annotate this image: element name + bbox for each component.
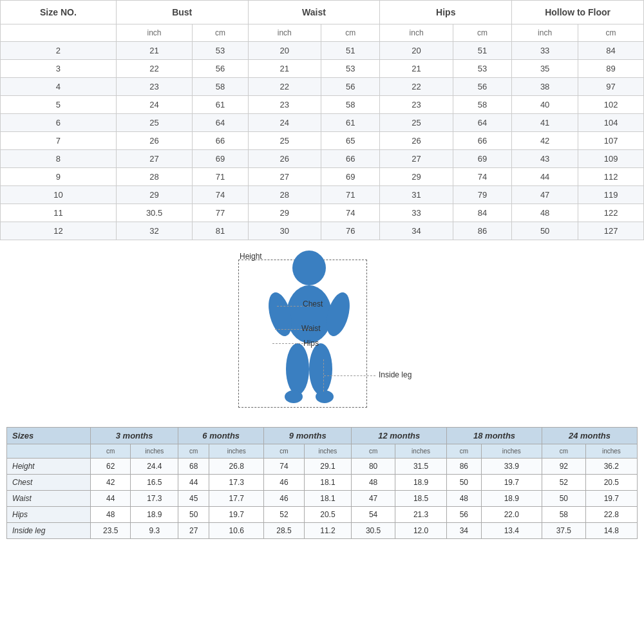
12m-in: inches [395,444,446,459]
measure-cell: 29 [116,186,192,204]
baby-measure-cell: 52 [264,507,304,523]
baby-measure-cell: 48 [91,507,131,523]
baby-measure-cell: 42 [91,475,131,491]
column-header-row: Size NO. Bust Waist Hips Hollow to Floor [1,1,644,24]
baby-measure-cell: 37.5 [542,523,586,539]
measure-cell: 84 [453,204,511,222]
measure-cell: 79 [453,186,511,204]
baby-table-row: Waist4417.34517.74618.14718.54818.95019.… [7,491,638,507]
9m-in: inches [304,444,352,459]
table-row: 625642461256441104 [1,114,644,132]
measure-cell: 23 [248,96,321,114]
hips-header: Hips [380,1,512,24]
measure-cell: 50 [512,222,578,240]
baby-measure-cell: 56 [447,507,481,523]
table-row: 524612358235840102 [1,96,644,114]
size-cell: 4 [1,78,117,96]
measure-cell: 61 [321,114,379,132]
svg-point-5 [309,343,332,395]
measure-cell: 43 [512,150,578,168]
measure-cell: 25 [248,132,321,150]
measure-cell: 29 [380,168,453,186]
measure-cell: 29 [248,204,321,222]
size-cell: 7 [1,132,117,150]
measure-cell: 21 [116,42,192,60]
measure-cell: 74 [453,168,511,186]
6months-header: 6 months [178,428,264,444]
waist-label: Waist [301,324,321,333]
measure-cell: 76 [321,222,379,240]
table-row: 22153205120513384 [1,42,644,60]
bust-inch: inch [116,24,192,42]
measure-cell: 122 [578,204,644,222]
measure-cell: 44 [512,168,578,186]
measure-cell: 74 [193,186,248,204]
baby-measure-cell: 11.2 [304,523,352,539]
baby-measure-cell: 46 [264,491,304,507]
diagram-container: Chest Waist Hips Height Inside leg [200,247,444,414]
measure-cell: 42 [512,132,578,150]
baby-measure-cell: 18.1 [304,475,352,491]
baby-table-row: Hips4818.95019.75220.55421.35622.05822.8 [7,507,638,523]
baby-measure-cell: 27 [178,523,209,539]
size-unit [1,24,117,42]
measure-cell: 21 [248,60,321,78]
measure-cell: 35 [512,60,578,78]
measure-cell: 28 [116,168,192,186]
measure-cell: 107 [578,132,644,150]
measure-cell: 53 [193,42,248,60]
baby-table-row: Inside leg23.59.32710.628.511.230.512.03… [7,523,638,539]
measure-cell: 119 [578,186,644,204]
row-label-cell: Chest [7,475,91,491]
bust-cm: cm [193,24,248,42]
baby-measure-cell: 20.5 [304,507,352,523]
baby-table-row: Height6224.46826.87429.18031.58633.99236… [7,459,638,475]
baby-measure-cell: 34 [447,523,481,539]
measure-cell: 33 [380,204,453,222]
24months-header: 24 months [542,428,638,444]
baby-measure-cell: 33.9 [481,459,542,475]
measure-cell: 53 [321,60,379,78]
baby-measure-cell: 18.9 [395,475,446,491]
waist-header: Waist [248,1,380,24]
baby-measure-cell: 50 [178,507,209,523]
svg-point-6 [285,390,303,403]
measure-cell: 102 [578,96,644,114]
baby-measure-cell: 16.5 [131,475,178,491]
measure-cell: 77 [193,204,248,222]
size-chart-table: Size NO. Bust Waist Hips Hollow to Floor… [0,0,644,240]
3months-header: 3 months [91,428,178,444]
12m-cm: cm [352,444,395,459]
baby-measure-cell: 29.1 [304,459,352,475]
measure-cell: 26 [116,132,192,150]
baby-measure-cell: 20.5 [585,475,637,491]
measure-cell: 84 [578,42,644,60]
baby-measure-cell: 28.5 [264,523,304,539]
measure-cell: 51 [321,42,379,60]
baby-measure-cell: 44 [91,491,131,507]
measure-cell: 33 [512,42,578,60]
baby-measure-cell: 26.8 [209,459,264,475]
3m-cm: cm [91,444,131,459]
baby-measure-cell: 18.9 [481,491,542,507]
size-cell: 9 [1,168,117,186]
baby-measure-cell: 74 [264,459,304,475]
measure-cell: 28 [248,186,321,204]
table-row: 42358225622563897 [1,78,644,96]
measure-cell: 21 [380,60,453,78]
measure-cell: 27 [116,150,192,168]
12months-header: 12 months [352,428,447,444]
6m-cm: cm [178,444,209,459]
svg-point-4 [286,343,309,395]
size-cell: 8 [1,150,117,168]
htf-inch: inch [512,24,578,42]
baby-measure-cell: 18.9 [131,507,178,523]
baby-measure-cell: 50 [542,491,586,507]
row-label-cell: Height [7,459,91,475]
table-row: 1130.5772974338448122 [1,204,644,222]
baby-measure-cell: 54 [352,507,395,523]
measure-cell: 97 [578,78,644,96]
baby-measure-cell: 52 [542,475,586,491]
measure-cell: 26 [248,150,321,168]
measure-cell: 64 [193,114,248,132]
